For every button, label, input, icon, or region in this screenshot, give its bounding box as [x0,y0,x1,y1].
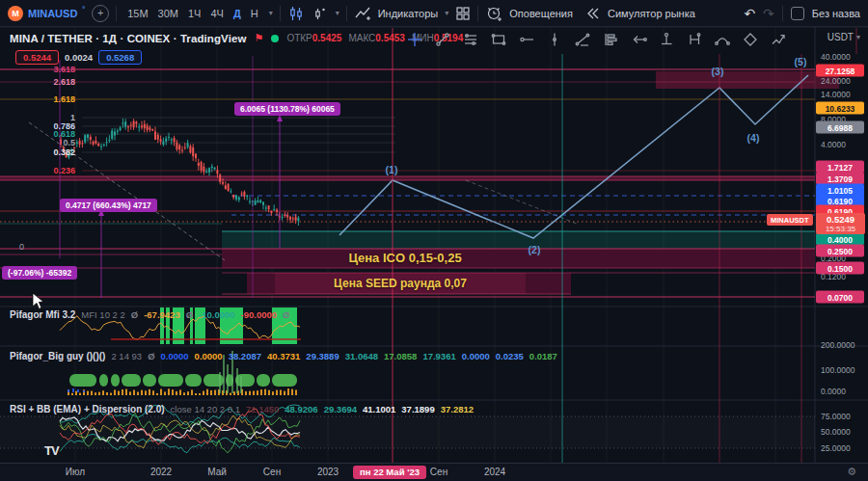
elliott-wave-label-1[interactable]: (1) [386,164,398,175]
time-axis-label: Сен [430,467,448,477]
info-line-tool-button[interactable] [573,30,592,49]
redo-button[interactable]: ↷ [763,6,774,21]
time-axis-label: 2024 [484,467,505,477]
measure-tool-badge-0[interactable]: 6.0065 (1130.78%) 60065 [234,102,340,116]
price-level-badge: 0.2500 [816,245,864,257]
zigzag-tool-button[interactable] [769,30,788,49]
price-scale-label: 40.0000 [821,52,851,62]
time-axis[interactable]: ⚙ Июл2022МайСен2023пн 22 Май '23Сен2024 [0,463,868,481]
mfi-indicator-legend[interactable]: Pifagor Mfi 3.2MFI 10 2 2Ø-67.9423Ø-10.0… [10,309,290,320]
indicator-value: Ø [131,309,138,320]
indicator-title[interactable]: RSI + BB (EMA) + Dispersion (2.0) [10,404,165,414]
timeframe-Н[interactable]: Н [247,6,262,21]
symbol-button-label: MINAUSD [28,8,77,19]
indicator-title[interactable]: Pifagor_Big guy ()()() [10,351,105,361]
chevron-down-icon[interactable]: ▾ [269,9,273,17]
toolbar-divider [116,6,117,21]
session-countdown: 15:53:35 [816,225,865,233]
last-price-value: 0.5249 [816,214,865,225]
long-position-tool-button[interactable] [657,30,676,49]
symbol-title[interactable]: MINA / TETHER · 1Д · COINEX · TradingVie… [10,33,247,44]
horizontal-ray-tool-button[interactable] [517,30,536,49]
bigguy-indicator-legend[interactable]: Pifagor_Big guy ()()()2 14 93Ø0.00000.00… [10,351,557,361]
trend-line-icon [434,31,451,48]
timeframe-Д[interactable]: Д [230,6,245,21]
time-axis-label: 2023 [317,467,339,477]
ohlc-value: 0.5425 [312,33,342,43]
chevron-down-icon[interactable]: ▾ [336,9,339,17]
measure-tool-badge-2[interactable]: (-97.06%) -65392 [2,266,77,280]
compare-add-button[interactable]: + [92,5,109,22]
drawing-toolbar [405,30,788,49]
last-price-badge: 0.524915:53:35 [816,213,865,234]
parallel-channel-tool-button[interactable] [461,30,480,49]
symbol-search-button[interactable]: M MINAUSD ° [8,6,85,21]
curve-tool-button[interactable] [713,30,732,49]
indicator-value: -10.0000 [199,309,235,320]
rectangle-tool-button[interactable] [489,30,508,49]
time-axis-label: Май [207,467,227,477]
price-level-badge: 6.6988 [816,121,864,134]
indicators-icon [354,5,371,22]
chart-style-button[interactable] [312,5,329,22]
layout-checkbox[interactable] [791,7,804,20]
trend-line-tool-button[interactable] [433,30,452,49]
layout-grid-icon[interactable] [455,6,471,21]
long-position-icon [658,31,675,48]
candles-icon [287,5,305,22]
seed-price-banner[interactable]: Цена SEED раунда 0,07 [275,277,526,290]
timeframe-30M[interactable]: 30M [154,6,182,21]
ask-price-badge[interactable]: 0.5268 [98,50,142,65]
indicator-value: Ø [283,309,289,320]
layout-name[interactable]: Без назва [812,8,860,19]
symbol-info-row: MINA / TETHER · 1Д · COINEX · TradingVie… [10,32,463,44]
ohlc-ОТКР: ОТКР0.5425 [286,33,341,43]
currency-selector[interactable]: USDT ▾ [827,32,860,42]
fib-level-label-3.618: 3.618 [17,65,75,74]
fixed-range-volume-tool-button[interactable] [601,30,620,49]
eraser-tool-button[interactable] [741,30,760,49]
indicator-value: 41.1001 [363,404,395,414]
date-range-icon [686,31,703,48]
measure-tool-badge-1[interactable]: 0.4717 (660.43%) 4717 [60,199,157,212]
ico-price-banner[interactable]: Цена ICO 0,15-0,25 [222,251,588,265]
vertical-line-tool-button[interactable] [545,30,564,49]
flag-icon[interactable]: ⚑ [255,32,264,44]
price-note-icon [630,31,647,48]
date-range-tool-button[interactable] [685,30,704,49]
undo-button[interactable]: ↶ [744,6,755,21]
indicator-value: 0.0000 [161,351,189,361]
candlestick-style-button[interactable] [287,5,305,22]
indicator-value: 29.3694 [324,404,357,414]
price-scale-label: 200.0000 [821,340,854,350]
fib-level-label-0.382: 0.382 [17,147,75,157]
crosshair-tool-button[interactable] [405,30,424,49]
elliott-wave-label-4[interactable]: (4) [747,132,760,144]
ohlc-value: 0.5453 [375,33,405,43]
gear-icon[interactable]: ⚙ [847,466,856,478]
price-note-tool-button[interactable] [629,30,648,49]
timeframe-1Ч[interactable]: 1Ч [184,6,204,21]
timeframe-4Ч[interactable]: 4Ч [206,6,227,21]
elliott-wave-label-5[interactable]: (5) [795,56,807,67]
bid-price-badge[interactable]: 0.5244 [15,50,59,65]
price-level-badge: 27.1258 [816,65,864,77]
rsi-indicator-legend[interactable]: RSI + BB (EMA) + Dispersion (2.0)close 1… [10,404,474,414]
market-replay-button[interactable]: Симулятор рынка [608,8,695,19]
timeframe-15M[interactable]: 15M [123,6,151,21]
time-axis-label: 2022 [150,467,172,477]
elliott-wave-label-3[interactable]: (3) [712,66,724,77]
indicator-value: 37.2812 [441,404,474,414]
indicator-value: 0.0187 [529,351,557,361]
currency-label: USDT [827,32,854,42]
ohlc-label: ОТКР [286,33,312,43]
price-scale-label: 75.0000 [821,412,851,421]
price-scale[interactable]: 40.000024.000014.00008.00004.00000.20000… [815,27,868,463]
chevron-down-icon: ▾ [856,33,860,41]
indicators-button[interactable]: Индикаторы [378,8,439,19]
timeframe-group: 15M30M1Ч4ЧДН [123,6,262,21]
tradingview-logo[interactable]: TV [44,443,59,458]
price-scale-label: 100.0000 [821,365,854,375]
alerts-button[interactable]: Оповещения [509,8,573,19]
chevron-down-icon[interactable]: ▾ [445,9,448,17]
